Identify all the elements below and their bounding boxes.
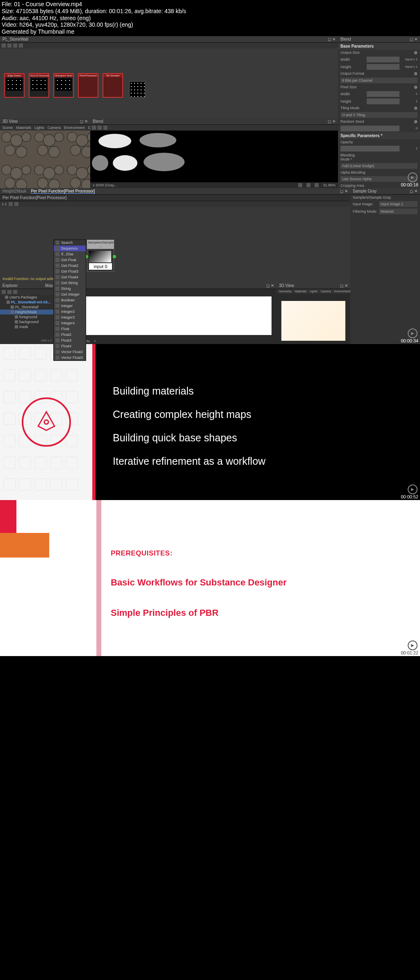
tiling-dropdown[interactable]: H and V Tiling	[340, 112, 418, 118]
blend-mode-dropdown[interactable]: Add (Linear Dodge)	[340, 163, 418, 169]
graph-tab-bar: PL_StoneWall ◻ ✕	[0, 36, 338, 43]
tree-item[interactable]: foreground	[0, 314, 55, 319]
file-info-file: File: 01 - Course Overview.mp4	[2, 1, 418, 8]
overview-list-item: Creating complex height maps	[113, 409, 399, 420]
context-item[interactable]: Get Float2	[54, 263, 86, 269]
orange-block-deco	[0, 533, 49, 558]
properties-panel-2: Sample Gray◻ ✕ Samplers/Sample Gray Inpu…	[350, 188, 420, 344]
prereq-content: PREREQUISITES: Basic Workflows for Subst…	[111, 549, 287, 618]
tool-icon[interactable]	[2, 44, 6, 48]
graph-node-selected[interactable]: Tile Sampler	[103, 73, 123, 98]
red-block-deco	[0, 500, 16, 533]
output-node[interactable]	[129, 81, 146, 98]
3d-menu-bar[interactable]: Scene Materials Lights Camera Environmen…	[0, 125, 90, 131]
tool-icon[interactable]	[19, 44, 23, 48]
overview-left-graphic	[0, 344, 92, 500]
context-item[interactable]: Integer	[54, 303, 86, 309]
timestamp-3: 00:00:52	[401, 494, 418, 499]
file-info-video: Video: h264, yuv420p, 1280x720, 30.00 fp…	[2, 21, 418, 28]
sample-gray-node[interactable]: Samplers/Sample ... input 0	[87, 240, 114, 272]
context-item[interactable]: Integer2	[54, 309, 86, 314]
tab-height2mask[interactable]: Height2Mask	[2, 189, 30, 193]
tree-item-selected[interactable]: Height2Mask	[0, 310, 55, 314]
tree-root[interactable]: User's Packages	[0, 295, 55, 300]
filter-mode-dropdown[interactable]: Nearest	[379, 209, 418, 214]
node-output-port[interactable]	[113, 255, 116, 258]
overview-content: Building materials Creating complex heig…	[92, 344, 420, 500]
2d-view-panel: Blend◻ ✕ x 2048 (Gray... 31.85%	[90, 118, 338, 188]
context-item[interactable]: Float3	[54, 337, 86, 343]
context-item[interactable]: Get Float4	[54, 274, 86, 280]
graph-toolbar-2[interactable]: 1:1	[0, 201, 350, 207]
context-item[interactable]: Float4	[54, 343, 86, 349]
2d-view-title: Blend	[93, 119, 103, 124]
timestamp-1: 00:00:18	[401, 182, 418, 187]
graph-tab-title[interactable]: PL_StoneWall	[2, 37, 28, 41]
red-accent-bar	[92, 344, 96, 500]
context-item[interactable]: Float2	[54, 332, 86, 337]
context-item[interactable]: Get Integer	[54, 291, 86, 297]
tree-item[interactable]: background	[0, 319, 55, 324]
screenshot-2-pixel-processor: Height2Mask Per Pixel Function[Pixel Pro…	[0, 188, 420, 344]
tree-item[interactable]: PL_StoneWall	[0, 305, 55, 310]
tree-package[interactable]: PL_StoneWall-m3-03...	[0, 300, 55, 305]
context-item[interactable]: Get Float	[54, 257, 86, 263]
alpha-blend-dropdown[interactable]: Use Source Alpha	[340, 176, 418, 182]
3d-preview[interactable]	[281, 301, 345, 341]
tab-pixelproc[interactable]: Per Pixel Function[Pixel Processor]	[31, 189, 95, 194]
screenshot-1-node-graph: PL_StoneWall ◻ ✕ Edge Detect Non-Uf Gray…	[0, 36, 420, 188]
tool-icon[interactable]	[13, 44, 17, 48]
overview-list: Building materials Creating complex heig…	[113, 385, 399, 467]
window-controls[interactable]: ◻ ✕	[328, 37, 336, 41]
context-item[interactable]: Integer4	[54, 320, 86, 326]
file-info-size: Size: 4710538 bytes (4.49 MiB), duration…	[2, 8, 418, 15]
2d-toolbar[interactable]	[90, 125, 338, 131]
context-item[interactable]: Get String	[54, 280, 86, 286]
explorer-panel: ExplorerMas User's Packages PL_StoneWall…	[0, 282, 55, 344]
graph-node[interactable]: Histogram Scan	[53, 73, 74, 98]
height-slider[interactable]	[367, 64, 399, 70]
3d-viewport[interactable]	[0, 131, 90, 188]
properties-panel: Blend◻ ✕ Base Parameters Output Size⚙ Wi…	[338, 36, 420, 188]
graph-node[interactable]: Non-Uf Grayscale	[29, 73, 49, 98]
input-image-dropdown[interactable]: Input Image 1	[379, 201, 418, 207]
context-menu[interactable]: Search Sequence If...Else Get Float Get …	[53, 239, 86, 361]
graph-toolbar[interactable]	[0, 43, 338, 48]
play-button-icon[interactable]: ▶	[408, 640, 418, 650]
context-item[interactable]: Integer3	[54, 314, 86, 320]
function-graph-canvas[interactable]: Samplers/Sample ... input 0 Invalid Func…	[0, 207, 350, 282]
context-item[interactable]: Vector Float3	[54, 355, 86, 360]
tool-icon[interactable]	[7, 44, 11, 48]
graph-node[interactable]: Edge Detect	[4, 73, 25, 98]
play-button-icon[interactable]: ▶	[408, 172, 418, 182]
timestamp-4: 00:01:22	[401, 650, 418, 655]
context-item[interactable]: String	[54, 286, 86, 291]
width-slider[interactable]	[367, 57, 399, 62]
graph-node[interactable]: Pixel Processor	[78, 73, 98, 98]
pink-bar-deco	[96, 500, 101, 656]
context-item[interactable]: Float	[54, 326, 86, 332]
prereq-heading: PREREQUISITES:	[111, 549, 287, 558]
2d-preview[interactable]	[60, 296, 272, 335]
2d-status-bar: x 2048 (Gray... 31.85%	[90, 182, 338, 188]
context-item[interactable]: Get Float3	[54, 269, 86, 274]
overview-list-item: Building materials	[113, 385, 399, 397]
output-format-dropdown[interactable]: 8 Bits per Channel	[340, 78, 418, 83]
screenshot-3-course-overview: Building materials Creating complex heig…	[0, 344, 420, 500]
context-item[interactable]: Boolean	[54, 297, 86, 303]
node-graph-canvas[interactable]: Edge Detect Non-Uf Grayscale Histogram S…	[0, 48, 338, 118]
tab-bar-2: Height2Mask Per Pixel Function[Pixel Pro…	[0, 188, 350, 195]
context-item[interactable]: If...Else	[54, 251, 86, 257]
context-item-sequence[interactable]: Sequence	[54, 246, 86, 251]
file-info-audio: Audio: aac, 44100 Hz, stereo (eng)	[2, 15, 418, 22]
tree-item[interactable]: mask	[0, 324, 55, 329]
context-item[interactable]: Vector Float2	[54, 349, 86, 355]
3d-view-panel-2: 3D View◻ ✕ Geometry Materials Lights Cam…	[276, 282, 350, 344]
prereq-item: Simple Principles of PBR	[111, 608, 287, 618]
link-icon[interactable]: ⚙	[414, 50, 418, 55]
play-button-icon[interactable]: ▶	[408, 484, 418, 494]
play-button-icon[interactable]: ▶	[408, 328, 418, 338]
3d-view-panel: 3D View◻ ✕ Scene Materials Lights Camera…	[0, 118, 90, 188]
overview-list-item: Iterative refinement as a workflow	[113, 455, 399, 467]
2d-viewport[interactable]	[90, 131, 338, 182]
